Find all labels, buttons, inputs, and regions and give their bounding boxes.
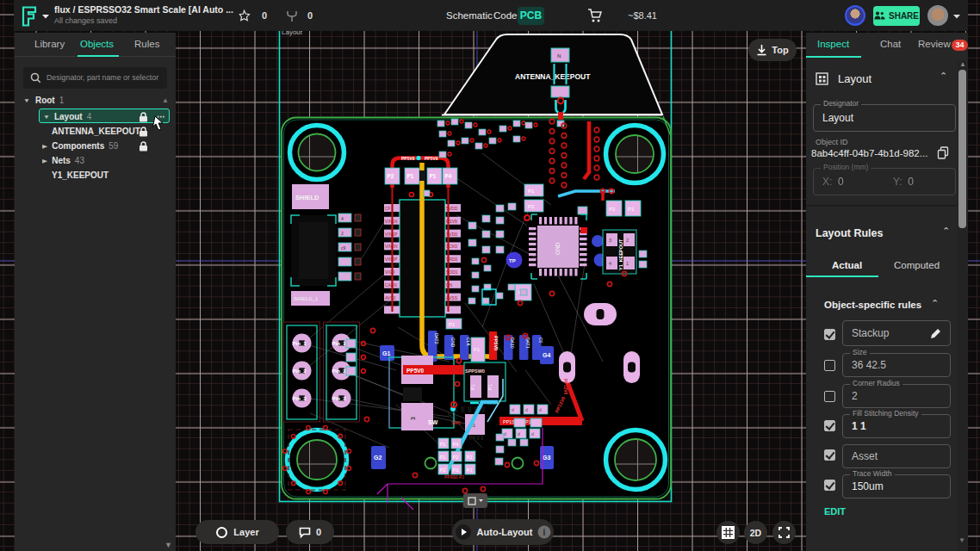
- svg-text:AVS0: AVS0: [385, 295, 396, 300]
- svg-text:GND: GND: [450, 337, 456, 348]
- svg-text:PP5V0: PP5V0: [493, 336, 499, 350]
- svg-text:SPPSW0: SPPSW0: [465, 368, 485, 374]
- svg-text:d: d: [504, 431, 506, 436]
- svg-text:1: 1: [626, 261, 629, 266]
- svg-text:4: 4: [609, 261, 611, 266]
- svg-text:P1: P1: [470, 384, 475, 390]
- svg-text:N: N: [557, 53, 561, 59]
- svg-text:2: 2: [341, 231, 344, 236]
- svg-text:CLK: CLK: [466, 337, 471, 346]
- svg-text:Pin_2: Pin_2: [293, 368, 307, 374]
- svg-text:c9: c9: [341, 245, 346, 251]
- svg-text:C0: C0: [538, 337, 543, 344]
- svg-text:PZ: PZ: [440, 467, 447, 473]
- svg-text:G4: G4: [543, 352, 550, 358]
- svg-text:PJ: PJ: [467, 467, 473, 473]
- svg-text:SW0: SW0: [451, 420, 461, 425]
- svg-text:P2: P2: [388, 173, 394, 179]
- svg-text:SHIELD: SHIELD: [295, 194, 319, 201]
- svg-text:P1: P1: [449, 322, 456, 327]
- svg-text:P1: P1: [407, 173, 414, 179]
- svg-text:P1: P1: [528, 189, 535, 194]
- svg-text:4: 4: [341, 216, 344, 221]
- svg-text:i: i: [543, 528, 546, 537]
- svg-text:P1: P1: [628, 207, 635, 212]
- svg-text:G1: G1: [382, 350, 390, 356]
- svg-text:P1: P1: [487, 384, 493, 390]
- svg-text:Pin_2: Pin_2: [332, 368, 347, 374]
- svg-text:Y1_KEEPOUT: Y1_KEEPOUT: [618, 238, 623, 270]
- svg-text:d: d: [525, 407, 528, 412]
- svg-text:Pin_1: Pin_1: [293, 341, 307, 346]
- svg-text:G2: G2: [374, 455, 381, 461]
- svg-text:F1: F1: [474, 347, 481, 352]
- svg-text:P2: P2: [609, 207, 616, 212]
- svg-text:P2: P2: [453, 455, 459, 460]
- svg-text:d: d: [512, 407, 514, 412]
- svg-text:DA10: DA10: [510, 337, 515, 349]
- svg-text:CF: CF: [385, 206, 391, 211]
- svg-text:VIG0: VIG0: [385, 269, 395, 275]
- svg-text:P2: P2: [528, 204, 535, 209]
- svg-text:SW: SW: [428, 419, 438, 425]
- svg-text:P3: P3: [453, 467, 459, 473]
- svg-text:Pin_3: Pin_3: [293, 396, 307, 401]
- svg-text:d: d: [539, 407, 542, 412]
- svg-text:PP5V9: PP5V9: [401, 156, 415, 161]
- svg-text:PP5V9: PP5V9: [425, 156, 438, 161]
- svg-text:d: d: [531, 431, 534, 436]
- svg-text:DAT1: DAT1: [525, 337, 530, 349]
- svg-text:P1: P1: [430, 173, 437, 179]
- svg-text:SHIELD_1: SHIELD_1: [294, 296, 319, 301]
- svg-text:3: 3: [410, 417, 416, 420]
- svg-text:P2: P2: [467, 455, 473, 460]
- svg-text:P4: P4: [453, 442, 459, 447]
- svg-text:Pin_3: Pin_3: [332, 396, 347, 401]
- svg-text:GND: GND: [555, 242, 561, 255]
- svg-text:P1: P1: [440, 455, 446, 460]
- svg-text:PP12V0: PP12V0: [563, 379, 568, 395]
- svg-text:ANTENNA_KEEPOUT: ANTENNA_KEEPOUT: [515, 72, 591, 81]
- svg-text:PP9S0 PJ: PP9S0 PJ: [444, 474, 464, 480]
- svg-text:d: d: [518, 431, 520, 436]
- svg-text:G3: G3: [543, 455, 550, 461]
- svg-text:3: 3: [609, 238, 611, 243]
- svg-text:Pin_1: Pin_1: [332, 341, 347, 346]
- svg-text:TP: TP: [509, 258, 516, 263]
- svg-text:P4: P4: [445, 173, 452, 179]
- svg-text:2: 2: [626, 238, 629, 243]
- svg-text:CN: CN: [446, 282, 453, 288]
- svg-text:PP5V0: PP5V0: [406, 368, 425, 374]
- svg-text:P1: P1: [440, 442, 446, 447]
- svg-text:CAEN: CAEN: [385, 282, 397, 288]
- svg-text:DAT2: DAT2: [434, 333, 439, 344]
